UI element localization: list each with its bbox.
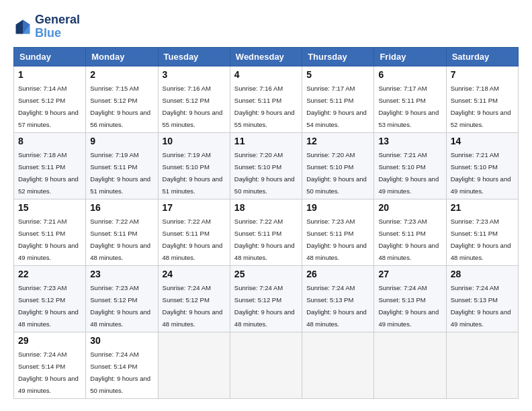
calendar-week-3: 15 Sunrise: 7:21 AMSunset: 5:11 PMDaylig… [14, 199, 519, 265]
calendar-header-wednesday: Wednesday [230, 47, 302, 66]
day-info: Sunrise: 7:23 AMSunset: 5:11 PMDaylight:… [378, 218, 439, 261]
calendar-week-5: 29 Sunrise: 7:24 AMSunset: 5:14 PMDaylig… [14, 332, 519, 398]
day-number: 1 [18, 69, 81, 80]
calendar-cell [302, 332, 374, 398]
day-info: Sunrise: 7:20 AMSunset: 5:10 PMDaylight:… [306, 151, 367, 195]
day-info: Sunrise: 7:24 AMSunset: 5:14 PMDaylight:… [18, 351, 79, 394]
calendar-cell [158, 332, 230, 398]
calendar-cell: 26 Sunrise: 7:24 AMSunset: 5:13 PMDaylig… [302, 265, 374, 332]
day-number: 4 [234, 69, 298, 80]
calendar-table: SundayMondayTuesdayWednesdayThursdayFrid… [13, 47, 519, 399]
calendar-cell: 8 Sunrise: 7:18 AMSunset: 5:11 PMDayligh… [14, 132, 86, 199]
calendar-cell: 15 Sunrise: 7:21 AMSunset: 5:11 PMDaylig… [14, 199, 86, 265]
day-number: 26 [306, 269, 369, 279]
day-info: Sunrise: 7:24 AMSunset: 5:12 PMDaylight:… [163, 284, 223, 328]
calendar-header-saturday: Saturday [446, 47, 518, 66]
calendar-cell: 6 Sunrise: 7:17 AMSunset: 5:11 PMDayligh… [374, 66, 446, 132]
calendar-cell: 12 Sunrise: 7:20 AMSunset: 5:10 PMDaylig… [302, 132, 374, 199]
day-info: Sunrise: 7:17 AMSunset: 5:11 PMDaylight:… [378, 85, 439, 128]
calendar-cell: 1 Sunrise: 7:14 AMSunset: 5:12 PMDayligh… [14, 66, 86, 132]
day-info: Sunrise: 7:16 AMSunset: 5:11 PMDaylight:… [234, 85, 295, 128]
day-number: 5 [306, 69, 369, 80]
logo-icon [13, 17, 32, 36]
calendar-header-sunday: Sunday [14, 47, 86, 66]
day-info: Sunrise: 7:22 AMSunset: 5:11 PMDaylight:… [163, 218, 223, 261]
day-number: 25 [234, 269, 298, 279]
day-number: 14 [451, 136, 514, 146]
day-info: Sunrise: 7:21 AMSunset: 5:10 PMDaylight:… [451, 151, 511, 195]
calendar-week-2: 8 Sunrise: 7:18 AMSunset: 5:11 PMDayligh… [14, 132, 519, 199]
calendar-cell: 18 Sunrise: 7:22 AMSunset: 5:11 PMDaylig… [230, 199, 302, 265]
calendar-cell [446, 332, 518, 398]
day-number: 8 [18, 136, 81, 146]
calendar-cell: 23 Sunrise: 7:23 AMSunset: 5:12 PMDaylig… [86, 265, 158, 332]
day-info: Sunrise: 7:16 AMSunset: 5:12 PMDaylight:… [163, 85, 223, 128]
calendar-week-1: 1 Sunrise: 7:14 AMSunset: 5:12 PMDayligh… [14, 66, 519, 132]
calendar-cell: 21 Sunrise: 7:23 AMSunset: 5:11 PMDaylig… [446, 199, 518, 265]
day-number: 30 [90, 335, 153, 346]
calendar-cell: 16 Sunrise: 7:22 AMSunset: 5:11 PMDaylig… [86, 199, 158, 265]
calendar-cell: 25 Sunrise: 7:24 AMSunset: 5:12 PMDaylig… [230, 265, 302, 332]
day-number: 11 [234, 136, 298, 146]
logo-text: GeneralBlue [35, 13, 80, 40]
day-number: 27 [378, 269, 441, 279]
day-number: 12 [306, 136, 369, 146]
calendar-cell: 7 Sunrise: 7:18 AMSunset: 5:11 PMDayligh… [446, 66, 518, 132]
calendar-cell: 2 Sunrise: 7:15 AMSunset: 5:12 PMDayligh… [86, 66, 158, 132]
calendar-cell: 24 Sunrise: 7:24 AMSunset: 5:12 PMDaylig… [158, 265, 230, 332]
day-number: 19 [306, 202, 369, 213]
day-info: Sunrise: 7:24 AMSunset: 5:12 PMDaylight:… [234, 284, 295, 328]
day-info: Sunrise: 7:23 AMSunset: 5:11 PMDaylight:… [451, 218, 511, 261]
calendar-cell [374, 332, 446, 398]
day-info: Sunrise: 7:20 AMSunset: 5:10 PMDaylight:… [234, 151, 295, 195]
day-number: 6 [378, 69, 441, 80]
calendar-header-friday: Friday [374, 47, 446, 66]
day-number: 29 [18, 335, 81, 346]
day-number: 23 [90, 269, 153, 279]
day-info: Sunrise: 7:18 AMSunset: 5:11 PMDaylight:… [18, 151, 79, 195]
calendar-cell: 27 Sunrise: 7:24 AMSunset: 5:13 PMDaylig… [374, 265, 446, 332]
day-number: 9 [90, 136, 153, 146]
day-info: Sunrise: 7:15 AMSunset: 5:12 PMDaylight:… [90, 85, 150, 128]
calendar-cell: 5 Sunrise: 7:17 AMSunset: 5:11 PMDayligh… [302, 66, 374, 132]
calendar-cell: 13 Sunrise: 7:21 AMSunset: 5:10 PMDaylig… [374, 132, 446, 199]
day-number: 24 [163, 269, 226, 279]
calendar-header-tuesday: Tuesday [158, 47, 230, 66]
day-number: 13 [378, 136, 441, 146]
day-number: 17 [163, 202, 226, 213]
logo: GeneralBlue [13, 13, 80, 40]
day-info: Sunrise: 7:24 AMSunset: 5:14 PMDaylight:… [90, 351, 150, 394]
day-number: 15 [18, 202, 81, 213]
day-info: Sunrise: 7:24 AMSunset: 5:13 PMDaylight:… [306, 284, 367, 328]
calendar-week-4: 22 Sunrise: 7:23 AMSunset: 5:12 PMDaylig… [14, 265, 519, 332]
day-info: Sunrise: 7:19 AMSunset: 5:11 PMDaylight:… [90, 151, 150, 195]
page-header: GeneralBlue [13, 13, 519, 40]
day-info: Sunrise: 7:21 AMSunset: 5:10 PMDaylight:… [378, 151, 439, 195]
svg-marker-1 [16, 19, 24, 34]
day-info: Sunrise: 7:23 AMSunset: 5:12 PMDaylight:… [90, 284, 150, 328]
day-info: Sunrise: 7:19 AMSunset: 5:10 PMDaylight:… [163, 151, 223, 195]
calendar-cell: 4 Sunrise: 7:16 AMSunset: 5:11 PMDayligh… [230, 66, 302, 132]
day-info: Sunrise: 7:24 AMSunset: 5:13 PMDaylight:… [451, 284, 511, 328]
day-number: 21 [451, 202, 514, 213]
calendar-header-monday: Monday [86, 47, 158, 66]
day-number: 2 [90, 69, 153, 80]
day-info: Sunrise: 7:24 AMSunset: 5:13 PMDaylight:… [378, 284, 439, 328]
day-info: Sunrise: 7:14 AMSunset: 5:12 PMDaylight:… [18, 85, 79, 128]
day-info: Sunrise: 7:23 AMSunset: 5:12 PMDaylight:… [18, 284, 79, 328]
calendar-header-row: SundayMondayTuesdayWednesdayThursdayFrid… [14, 47, 519, 66]
calendar-cell: 10 Sunrise: 7:19 AMSunset: 5:10 PMDaylig… [158, 132, 230, 199]
day-number: 22 [18, 269, 81, 279]
day-info: Sunrise: 7:22 AMSunset: 5:11 PMDaylight:… [90, 218, 150, 261]
calendar-cell: 14 Sunrise: 7:21 AMSunset: 5:10 PMDaylig… [446, 132, 518, 199]
day-number: 20 [378, 202, 441, 213]
day-number: 10 [163, 136, 226, 146]
calendar-cell: 20 Sunrise: 7:23 AMSunset: 5:11 PMDaylig… [374, 199, 446, 265]
day-info: Sunrise: 7:23 AMSunset: 5:11 PMDaylight:… [306, 218, 367, 261]
day-number: 7 [451, 69, 514, 80]
calendar-cell: 22 Sunrise: 7:23 AMSunset: 5:12 PMDaylig… [14, 265, 86, 332]
day-number: 28 [451, 269, 514, 279]
calendar-cell: 9 Sunrise: 7:19 AMSunset: 5:11 PMDayligh… [86, 132, 158, 199]
calendar-cell: 29 Sunrise: 7:24 AMSunset: 5:14 PMDaylig… [14, 332, 86, 398]
day-info: Sunrise: 7:18 AMSunset: 5:11 PMDaylight:… [451, 85, 511, 128]
